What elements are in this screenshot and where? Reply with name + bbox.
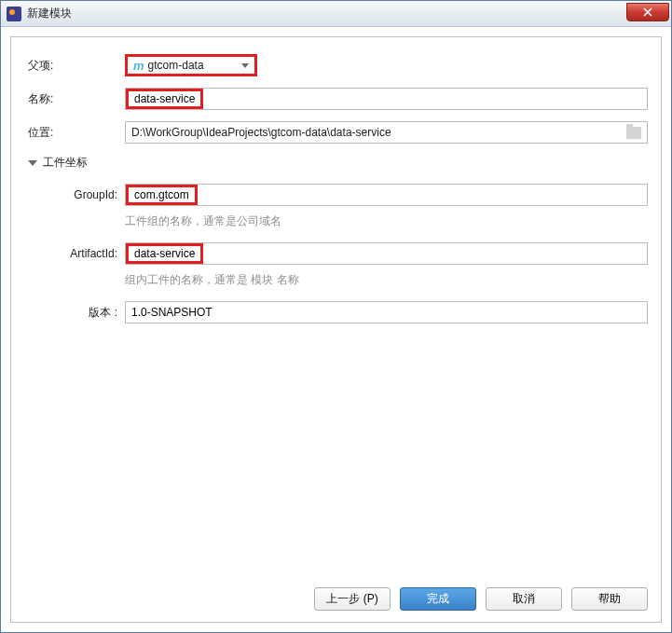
- cancel-button[interactable]: 取消: [486, 587, 562, 611]
- name-input-container[interactable]: data-service: [125, 88, 648, 110]
- previous-button[interactable]: 上一步 (P): [314, 587, 391, 611]
- label-version: 版本 :: [48, 305, 125, 321]
- folder-icon[interactable]: [626, 127, 641, 139]
- location-field[interactable]: D:\WorkGroup\IdeaProjects\gtcom-data\dat…: [125, 121, 648, 144]
- label-name: 名称:: [28, 91, 125, 107]
- button-bar: 上一步 (P) 完成 取消 帮助: [28, 578, 648, 611]
- row-name: 名称: data-service: [28, 88, 648, 110]
- titlebar[interactable]: 新建模块: [1, 1, 671, 27]
- name-input-value: data-service: [130, 92, 199, 105]
- label-parent: 父项:: [28, 58, 125, 74]
- row-parent: 父项: m gtcom-data: [28, 54, 648, 76]
- finish-button[interactable]: 完成: [400, 587, 476, 611]
- coordinates-group: GroupId: com.gtcom 工件组的名称，通常是公司域名 Artifa…: [48, 184, 648, 323]
- location-text: D:\WorkGroup\IdeaProjects\gtcom-data\dat…: [131, 126, 626, 139]
- section-coordinates-label: 工件坐标: [43, 155, 88, 171]
- close-button[interactable]: [626, 3, 669, 21]
- expand-triangle-icon: [28, 160, 37, 166]
- row-artifactid: ArtifactId: data-service: [48, 242, 648, 265]
- artifactid-highlight: data-service: [126, 243, 203, 264]
- content-panel: 父项: m gtcom-data 名称: data-service: [10, 36, 662, 623]
- row-location: 位置: D:\WorkGroup\IdeaProjects\gtcom-data…: [28, 121, 648, 144]
- row-groupid: GroupId: com.gtcom: [48, 184, 648, 206]
- dialog-window: 新建模块 父项: m gtcom-data: [0, 0, 672, 633]
- help-button[interactable]: 帮助: [571, 587, 648, 611]
- version-input[interactable]: [125, 301, 648, 323]
- name-highlight: data-service: [126, 89, 203, 109]
- row-version: 版本 :: [48, 301, 648, 323]
- hint-artifactid: 组内工件的名称，通常是 模块 名称: [125, 272, 648, 288]
- hint-groupid: 工件组的名称，通常是公司域名: [125, 213, 648, 229]
- window-title: 新建模块: [27, 6, 626, 21]
- groupid-highlight: com.gtcom: [126, 185, 198, 205]
- label-location: 位置:: [28, 125, 125, 141]
- label-groupid: GroupId:: [48, 188, 125, 201]
- parent-dropdown-text: gtcom-data: [148, 59, 241, 72]
- groupid-input-container[interactable]: com.gtcom: [125, 184, 648, 206]
- chevron-down-icon: [241, 63, 249, 68]
- artifactid-input-container[interactable]: data-service: [125, 242, 648, 265]
- groupid-input-value: com.gtcom: [130, 188, 193, 201]
- close-icon: [643, 7, 652, 17]
- content-wrap: 父项: m gtcom-data 名称: data-service: [1, 27, 671, 632]
- form-area: 父项: m gtcom-data 名称: data-service: [28, 54, 648, 578]
- parent-dropdown[interactable]: m gtcom-data: [125, 54, 257, 76]
- app-icon: [7, 7, 21, 21]
- maven-icon: m: [133, 59, 144, 73]
- label-artifactid: ArtifactId:: [48, 247, 125, 260]
- parent-field-wrap: m gtcom-data: [125, 54, 648, 76]
- section-coordinates-header[interactable]: 工件坐标: [28, 155, 648, 171]
- artifactid-input-value: data-service: [130, 247, 199, 260]
